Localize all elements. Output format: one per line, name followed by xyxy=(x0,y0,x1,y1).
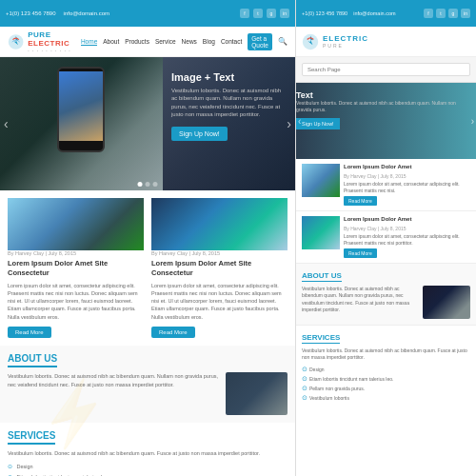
rp-blog-meta-2: By Harvey Clay | July 8, 2015 xyxy=(344,226,470,231)
rp-blog-post-2: Lorem Ipsum Dolor Amet By Harvey Clay | … xyxy=(296,211,476,264)
hero-phone-mockup xyxy=(57,67,105,152)
rp-logo-pure: PURE xyxy=(323,43,368,49)
rp-blog-title-2: Lorem Ipsum Dolor Amet xyxy=(344,216,470,224)
rp-car-image xyxy=(423,286,470,319)
rp-service-dot: ⊙ xyxy=(302,394,307,402)
twitter-icon[interactable]: t xyxy=(253,9,263,18)
about-text: Vestibulum lobortis. Donec at auismod ni… xyxy=(8,372,220,389)
nav-blog[interactable]: Blog xyxy=(203,38,215,45)
rp-read-more-1[interactable]: Read More xyxy=(344,196,377,206)
google-icon[interactable]: g xyxy=(267,9,276,18)
hero-slider: Image + Text Vestibulum lobortis. Donec … xyxy=(0,57,295,190)
rp-social: f t g in xyxy=(424,9,470,18)
about-content: Vestibulum lobortis. Donec at auismod ni… xyxy=(8,372,288,415)
nav-contact[interactable]: Contact xyxy=(221,38,242,45)
rp-about-title: ABOUT US xyxy=(302,271,342,282)
blog-image-2 xyxy=(151,198,288,250)
blog-section: By Harvey Clay | July 8, 2015 Lorem Ipsu… xyxy=(0,190,295,346)
hero-next-arrow[interactable]: › xyxy=(287,116,291,131)
nav-quote[interactable]: Get a Quote xyxy=(248,33,272,50)
rp-service-dot: ⊙ xyxy=(302,385,307,392)
nav-search-icon[interactable]: 🔍 xyxy=(278,37,288,46)
rp-blog-image-2 xyxy=(302,216,340,249)
blog-title-2: Lorem Ipsum Dolor Amet Site Consectetur xyxy=(151,259,288,278)
rp-service-3: ⊙ Vestibulum lobortis xyxy=(302,394,470,402)
rp-twitter-icon[interactable]: t xyxy=(436,9,446,18)
left-panel: +1(0) 123 456 7890 info@domain.com f t g… xyxy=(0,0,295,476)
about-title: ABOUT US xyxy=(8,353,57,367)
header-contact: +1(0) 123 456 7890 info@domain.com xyxy=(6,10,109,16)
rp-hero-text: Vestibulum lobortis. Donec at auismod ni… xyxy=(296,100,468,113)
rp-blog-text-2: Lorem ipsum dolor sit amet, consectetur … xyxy=(344,233,470,247)
rp-header-contact: +1(0) 123 456 7890 info@domain.com xyxy=(302,10,396,16)
facebook-icon[interactable]: f xyxy=(240,9,249,18)
rp-hero-title: Text xyxy=(296,90,468,100)
services-title: SERVICES xyxy=(8,430,55,445)
hero-pagination xyxy=(138,182,158,187)
rp-blog-info-1: Lorem Ipsum Dolor Amet By Harvey Clay | … xyxy=(344,164,470,206)
hero-prev-arrow[interactable]: ‹ xyxy=(4,116,9,131)
rp-logo: ELecTRiC PURE xyxy=(302,33,368,50)
hero-title: Image + Text xyxy=(171,71,286,83)
rp-phone: +1(0) 123 456 7890 xyxy=(302,10,347,16)
nav-about[interactable]: About xyxy=(103,38,119,45)
blog-read-more-1[interactable]: Read More xyxy=(8,327,51,338)
right-panel: +1(0) 123 456 7890 info@domain.com f t g… xyxy=(295,0,476,476)
phone-number: +1(0) 123 456 7890 xyxy=(6,10,56,16)
linkedin-icon[interactable]: in xyxy=(280,9,289,18)
hero-dot-1[interactable] xyxy=(138,182,143,187)
rp-about-content: Vestibulum lobortis. Donec at auismod ni… xyxy=(302,286,470,319)
nav-news[interactable]: News xyxy=(182,38,197,45)
rp-about-text: Vestibulum lobortis. Donec at auismod ni… xyxy=(302,286,419,319)
rp-next-arrow[interactable]: › xyxy=(471,116,474,127)
services-column: SERVICES Vestibulum lobortis. Donec at a… xyxy=(8,430,288,476)
header-social: f t g in xyxy=(240,9,289,18)
blog-meta-1: By Harvey Clay | July 8, 2015 xyxy=(8,250,144,256)
rp-prev-arrow[interactable]: ‹ xyxy=(298,116,301,127)
blog-text-1: Lorem ipsum dolor sit amet, consectetur … xyxy=(8,282,144,321)
main-nav: Pure Electric · · · · · · · · · · Home A… xyxy=(0,27,295,57)
nav-products[interactable]: Products xyxy=(125,38,149,45)
rp-nav: ELecTRiC PURE xyxy=(296,27,476,57)
rp-about-section: ABOUT US Vestibulum lobortis. Donec at a… xyxy=(296,264,476,326)
rp-service-dot: ⊙ xyxy=(302,375,307,383)
nav-service[interactable]: Service xyxy=(155,38,176,45)
rp-facebook-icon[interactable]: f xyxy=(424,9,433,18)
nav-links: Home About Products Service News Blog Co… xyxy=(81,33,288,50)
rp-header-bar: +1(0) 123 456 7890 info@domain.com f t g… xyxy=(296,0,476,27)
rp-logo-electric: ELecTRiC xyxy=(323,34,368,43)
rp-blog-info-2: Lorem Ipsum Dolor Amet By Harvey Clay | … xyxy=(344,216,470,258)
logo: Pure Electric · · · · · · · · · · xyxy=(8,30,81,53)
blog-text-2: Lorem ipsum dolor sit amet, consectetur … xyxy=(151,282,288,321)
rp-services-title: SERVICES xyxy=(302,333,340,344)
hero-dot-2[interactable] xyxy=(146,182,150,187)
service-dot: ⊙ xyxy=(8,464,12,469)
rp-service-dot: ⊙ xyxy=(302,366,307,373)
blog-read-more-2[interactable]: Read More xyxy=(151,327,195,338)
rp-hero-cta[interactable]: Sign Up Now! xyxy=(296,118,340,129)
rp-search-input[interactable] xyxy=(302,63,470,76)
services-section: SERVICES Vestibulum lobortis. Donec at a… xyxy=(0,423,295,476)
hero-cta-button[interactable]: Sign Up Now! xyxy=(171,127,228,141)
blog-meta-2: By Harvey Clay | July 8, 2015 xyxy=(151,250,288,256)
about-section: ABOUT US Vestibulum lobortis. Donec at a… xyxy=(0,346,295,423)
rp-blog-text-1: Lorem ipsum dolor sit amet, consectetur … xyxy=(344,181,470,194)
blog-post-2: By Harvey Clay | July 8, 2015 Lorem Ipsu… xyxy=(151,198,288,338)
hero-text: Vestibulum lobortis. Donec at auismod ni… xyxy=(171,87,286,119)
blog-post-1: By Harvey Clay | July 8, 2015 Lorem Ipsu… xyxy=(8,198,144,338)
hero-dot-3[interactable] xyxy=(153,182,158,187)
blog-image-1 xyxy=(8,198,144,250)
about-text-column: Vestibulum lobortis. Donec at auismod ni… xyxy=(8,372,220,415)
logo-icon xyxy=(8,31,24,52)
rp-logo-icon xyxy=(302,33,319,50)
rp-hero-slider: Text Vestibulum lobortis. Donec at auism… xyxy=(296,83,476,159)
rp-linkedin-icon[interactable]: in xyxy=(461,9,470,18)
nav-home[interactable]: Home xyxy=(81,38,97,46)
rp-blog-meta-1: By Harvey Clay | July 8, 2015 xyxy=(344,173,470,179)
rp-read-more-2[interactable]: Read More xyxy=(344,248,377,258)
phone-screen xyxy=(59,71,103,141)
email-address: info@domain.com xyxy=(64,10,109,16)
rp-google-icon[interactable]: g xyxy=(448,9,458,18)
logo-tagline: · · · · · · · · · · xyxy=(28,48,81,53)
blog-title-1: Lorem Ipsum Dolor Amet Site Consectetur xyxy=(8,259,144,278)
